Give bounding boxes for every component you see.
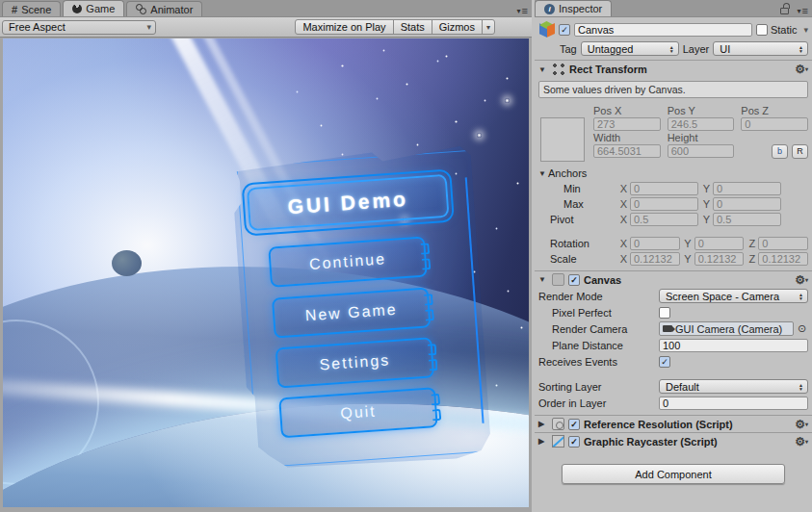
- gear-icon[interactable]: ⚙▾: [795, 435, 808, 448]
- inspector-tabbar: i Inspector ▾ ≡: [535, 0, 812, 17]
- tab-game-label: Game: [86, 3, 115, 14]
- pos-y-field[interactable]: [668, 117, 735, 131]
- width-field[interactable]: [593, 144, 661, 158]
- rect-transform-title: Rect Transform: [569, 64, 647, 75]
- rotation-x-field[interactable]: [630, 237, 680, 250]
- gear-icon[interactable]: ⚙▾: [795, 273, 808, 287]
- layer-dropdown[interactable]: UI ▲▼: [713, 41, 808, 56]
- object-header: ✓ Static ▾ Tag Untagged ▲▼ Layer UI ▲▼: [535, 17, 812, 61]
- pixel-perfect-checkbox[interactable]: [659, 307, 670, 319]
- anchors-min-row: Min X Y: [535, 181, 812, 196]
- pivot-row: Pivot X Y: [535, 212, 812, 227]
- driven-values-helpbox: Some values driven by Canvas.: [538, 81, 808, 98]
- tab-animator-label: Animator: [150, 4, 193, 15]
- gizmos-button[interactable]: Gizmos: [432, 19, 483, 35]
- canvas-component-icon: [552, 273, 564, 286]
- order-in-layer-label: Order in Layer: [538, 397, 659, 409]
- animator-icon: [136, 4, 146, 14]
- game-panel: # Scene Game Animator ▾ ≡ Free Aspect ▾: [0, 0, 532, 512]
- rect-transform-header[interactable]: ▼ Rect Transform ⚙▾: [535, 61, 812, 78]
- sorting-layer-dropdown-arrows: ▲▼: [799, 383, 803, 391]
- object-name-row: ✓ Static ▾: [538, 21, 808, 38]
- maximize-on-play-button[interactable]: Maximize on Play: [295, 19, 393, 35]
- foldout-icon[interactable]: ▼: [538, 275, 548, 284]
- pivot-x-field[interactable]: [630, 213, 698, 226]
- size-fields-row: b R: [593, 144, 808, 160]
- game-view: GUI Demo Continue New Game Settings Quit: [3, 38, 529, 507]
- reference-resolution-header[interactable]: ▶ ✓ Reference Resolution (Script) ⚙▾: [535, 415, 812, 432]
- static-dropdown-arrow[interactable]: ▾: [803, 25, 808, 35]
- reference-resolution-icon: [552, 418, 564, 430]
- tab-game[interactable]: Game: [63, 0, 124, 16]
- tab-inspector[interactable]: i Inspector: [535, 0, 612, 16]
- height-field[interactable]: [668, 144, 735, 158]
- stars: [3, 38, 4, 39]
- inspector-panel: i Inspector ▾ ≡ ✓ Static ▾ T: [535, 0, 812, 512]
- add-component-button[interactable]: Add Component: [562, 464, 785, 484]
- width-label: Width: [593, 131, 661, 144]
- foldout-icon[interactable]: ▶: [538, 420, 548, 428]
- receives-events-row: Receives Events ✓: [535, 353, 812, 370]
- pivot-y-field[interactable]: [713, 213, 781, 226]
- bright-star: [505, 98, 510, 103]
- tab-inspector-label: Inspector: [559, 3, 602, 14]
- order-in-layer-field[interactable]: [659, 397, 808, 410]
- pos-x-field[interactable]: [593, 117, 661, 131]
- game-icon: [72, 4, 82, 13]
- receives-events-checkbox[interactable]: ✓: [659, 356, 670, 368]
- anchor-max-x-field[interactable]: [630, 197, 698, 211]
- camera-icon: [663, 325, 672, 332]
- stats-button[interactable]: Stats: [393, 19, 432, 35]
- graphic-raycaster-header[interactable]: ▶ ✓ Graphic Raycaster (Script) ⚙▾: [535, 432, 812, 449]
- unity-editor: # Scene Game Animator ▾ ≡ Free Aspect ▾: [0, 0, 812, 512]
- pixel-perfect-label: Pixel Perfect: [538, 307, 659, 319]
- render-camera-label: Render Camera: [538, 323, 659, 335]
- canvas-enabled-checkbox[interactable]: ✓: [568, 274, 580, 286]
- active-checkbox[interactable]: ✓: [559, 24, 570, 36]
- lock-icon[interactable]: [780, 8, 789, 14]
- graphic-raycaster-checkbox[interactable]: ✓: [568, 436, 580, 448]
- gear-icon[interactable]: ⚙▾: [795, 418, 808, 431]
- gizmos-dropdown-arrow[interactable]: ▾: [482, 19, 495, 35]
- rotation-z-field[interactable]: [758, 237, 808, 250]
- tag-dropdown[interactable]: Untagged ▲▼: [581, 41, 679, 56]
- foldout-icon[interactable]: ▼: [538, 65, 548, 74]
- scale-z-field[interactable]: [758, 252, 808, 266]
- render-mode-dropdown[interactable]: Screen Space - Camera ▲▼: [659, 289, 808, 303]
- position-size-fields: Pos X Pos Y Pos Z Width Height: [593, 104, 808, 162]
- blueprint-mode-button[interactable]: b: [772, 144, 788, 159]
- anchors-foldout-row[interactable]: ▼ Anchors: [535, 166, 812, 181]
- anchor-min-x-field[interactable]: [630, 182, 698, 195]
- raw-edit-mode-button[interactable]: R: [792, 144, 808, 159]
- rotation-y-field[interactable]: [694, 237, 745, 250]
- gear-icon[interactable]: ⚙▾: [795, 63, 808, 76]
- pos-z-field[interactable]: [741, 117, 808, 131]
- static-checkbox[interactable]: [756, 24, 768, 36]
- layer-label: Layer: [683, 43, 710, 55]
- plane-distance-field[interactable]: [659, 339, 808, 352]
- anchor-preview[interactable]: [540, 117, 585, 162]
- object-picker-icon[interactable]: ⊙: [796, 322, 808, 335]
- canvas-component-header[interactable]: ▼ ✓ Canvas ⚙▾: [535, 270, 812, 288]
- panel-menu-icon[interactable]: ▾ ≡: [517, 5, 527, 16]
- reference-resolution-checkbox[interactable]: ✓: [568, 419, 580, 430]
- graphic-raycaster-title: Graphic Raycaster (Script): [584, 436, 718, 448]
- scale-y-field[interactable]: [694, 252, 745, 266]
- foldout-icon[interactable]: ▼: [538, 169, 548, 178]
- render-camera-object-field[interactable]: GUI Camera (Camera): [659, 321, 794, 336]
- scale-x-field[interactable]: [630, 252, 680, 266]
- foldout-icon[interactable]: ▶: [538, 437, 548, 446]
- tab-animator[interactable]: Animator: [126, 1, 202, 16]
- object-name-field[interactable]: [574, 23, 752, 37]
- toolbar-right-group: Maximize on Play Stats Gizmos ▾: [296, 19, 495, 35]
- anchor-min-y-field[interactable]: [713, 182, 781, 195]
- sorting-layer-dropdown[interactable]: Default ▲▼: [659, 379, 808, 394]
- inspector-menu-icon[interactable]: ▾ ≡: [798, 5, 807, 16]
- game-toolbar: Free Aspect ▾ Maximize on Play Stats Giz…: [0, 17, 532, 38]
- gui-menu-panel: GUI Demo Continue New Game Settings Quit: [228, 141, 502, 475]
- min-label: Min: [538, 183, 619, 194]
- aspect-dropdown[interactable]: Free Aspect ▾: [2, 20, 156, 35]
- tab-scene[interactable]: # Scene: [2, 1, 61, 16]
- moon-silhouette: [112, 250, 142, 276]
- anchor-max-y-field[interactable]: [713, 197, 781, 211]
